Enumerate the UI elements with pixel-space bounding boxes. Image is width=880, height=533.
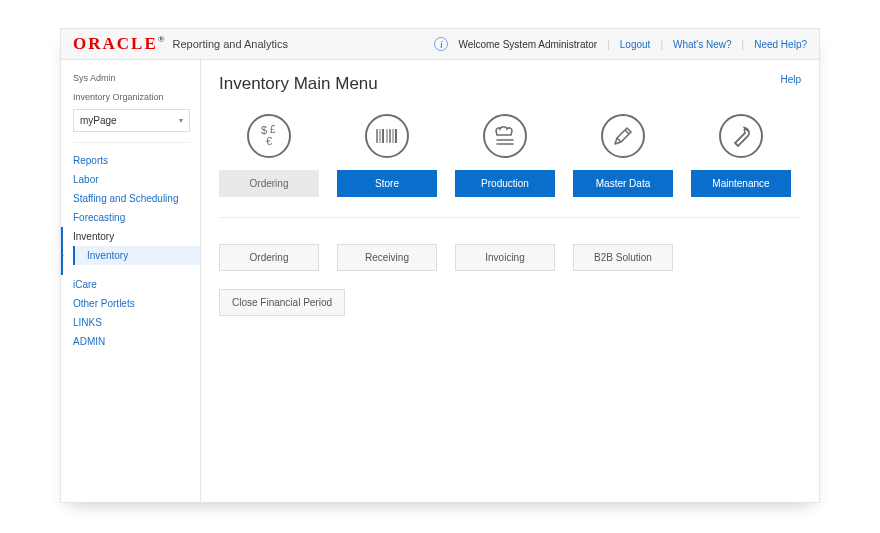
- app-window: ORACLE® Reporting and Analytics i Welcom…: [60, 28, 820, 503]
- chevron-down-icon: ▾: [179, 116, 183, 125]
- oracle-logo: ORACLE®: [73, 34, 166, 54]
- svg-text:€: €: [266, 135, 272, 147]
- page-title: Inventory Main Menu: [219, 74, 801, 94]
- welcome-text: Welcome System Administrator: [458, 39, 597, 50]
- sidebar-user: Sys Admin: [73, 72, 200, 85]
- action-row: Ordering Receiving Invoicing B2B Solutio…: [219, 244, 801, 316]
- info-icon[interactable]: i: [434, 37, 448, 51]
- svg-text:£: £: [270, 124, 276, 135]
- cat-store: Store: [337, 114, 437, 197]
- whats-new-link[interactable]: What's New?: [673, 39, 732, 50]
- nav-labor[interactable]: Labor: [73, 170, 200, 189]
- currency-icon: $£€: [247, 114, 291, 158]
- nav-forecasting[interactable]: Forecasting: [73, 208, 200, 227]
- cat-production-button[interactable]: Production: [455, 170, 555, 197]
- sidebar: Sys Admin Inventory Organization myPage …: [61, 60, 201, 502]
- need-help-link[interactable]: Need Help?: [754, 39, 807, 50]
- app-header: ORACLE® Reporting and Analytics i Welcom…: [61, 29, 819, 60]
- sidebar-org: Inventory Organization: [73, 91, 200, 104]
- subnav: Inventory: [81, 246, 200, 265]
- cat-maintenance-button[interactable]: Maintenance: [691, 170, 791, 197]
- cat-store-button[interactable]: Store: [337, 170, 437, 197]
- svg-line-13: [617, 138, 621, 142]
- help-link[interactable]: Help: [780, 74, 801, 85]
- cat-maintenance: Maintenance: [691, 114, 791, 197]
- cat-ordering-button[interactable]: Ordering: [219, 170, 319, 197]
- action-invoicing[interactable]: Invoicing: [455, 244, 555, 271]
- nav-reports[interactable]: Reports: [73, 151, 200, 170]
- pencil-icon: [601, 114, 645, 158]
- nav-inventory[interactable]: Inventory Inventory: [61, 227, 200, 275]
- sidebar-nav: Reports Labor Staffing and Scheduling Fo…: [73, 151, 200, 351]
- divider: [73, 142, 190, 143]
- cat-master-data: Master Data: [573, 114, 673, 197]
- main-content: Inventory Main Menu Help $£€ Ordering St…: [201, 60, 819, 502]
- nav-icare[interactable]: iCare: [73, 275, 200, 294]
- subnav-inventory[interactable]: Inventory: [73, 246, 200, 265]
- nav-staffing[interactable]: Staffing and Scheduling: [73, 189, 200, 208]
- barcode-icon: [365, 114, 409, 158]
- chef-icon: [483, 114, 527, 158]
- nav-links[interactable]: LINKS: [73, 313, 200, 332]
- nav-other-portlets[interactable]: Other Portlets: [73, 294, 200, 313]
- nav-admin[interactable]: ADMIN: [73, 332, 200, 351]
- action-receiving[interactable]: Receiving: [337, 244, 437, 271]
- app-body: Sys Admin Inventory Organization myPage …: [61, 60, 819, 502]
- logout-link[interactable]: Logout: [620, 39, 651, 50]
- action-b2b[interactable]: B2B Solution: [573, 244, 673, 271]
- svg-line-12: [625, 130, 629, 134]
- page-select[interactable]: myPage ▾: [73, 109, 190, 132]
- wrench-icon: [719, 114, 763, 158]
- cat-master-data-button[interactable]: Master Data: [573, 170, 673, 197]
- action-ordering[interactable]: Ordering: [219, 244, 319, 271]
- action-close-period[interactable]: Close Financial Period: [219, 289, 345, 316]
- cat-production: Production: [455, 114, 555, 197]
- app-title: Reporting and Analytics: [172, 38, 288, 50]
- header-right: i Welcome System Administrator | Logout …: [434, 37, 807, 51]
- cat-ordering: $£€ Ordering: [219, 114, 319, 197]
- category-row: $£€ Ordering Store Production: [219, 114, 801, 218]
- page-select-value: myPage: [80, 115, 117, 126]
